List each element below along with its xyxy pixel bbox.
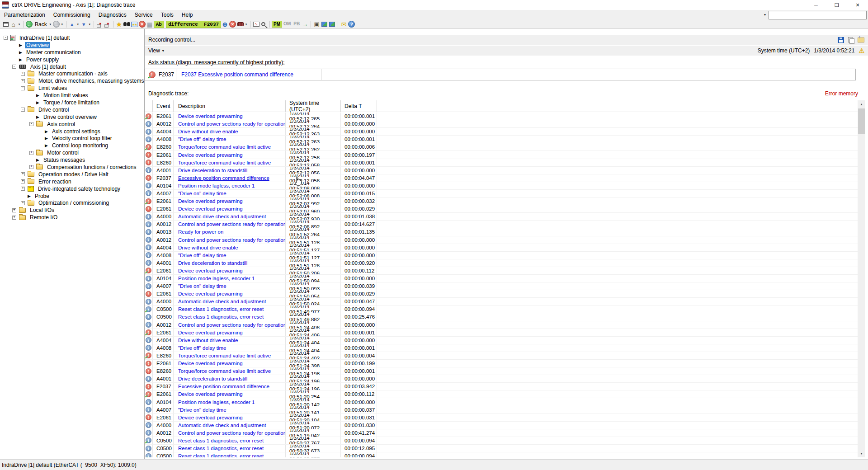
- export-icon[interactable]: [858, 38, 864, 42]
- error-memory-link[interactable]: Error memory: [825, 90, 858, 97]
- trace-row[interactable]: !E2061Device overload prewarning1/3/2014…: [145, 414, 858, 422]
- event-description-link[interactable]: "Drive off" delay time: [178, 253, 226, 258]
- tree-item-label[interactable]: Remote I/O: [28, 214, 59, 221]
- trace-row[interactable]: !E2061Device overload prewarning1/3/2014…: [145, 267, 858, 275]
- network-refresh-icon[interactable]: [328, 20, 336, 28]
- tree-item-label[interactable]: Limit values: [37, 85, 68, 91]
- drive-motor-dropdown-icon[interactable]: ▾: [244, 23, 248, 26]
- tree-item-label[interactable]: Status messages: [42, 157, 86, 163]
- tree-item-local-i-os[interactable]: +Local I/Os: [0, 207, 144, 214]
- menu-item-diagnostics[interactable]: Diagnostics: [94, 10, 131, 20]
- collapse-icon[interactable]: -: [4, 36, 8, 40]
- expand-icon[interactable]: +: [21, 179, 25, 183]
- event-description-link[interactable]: Excessive position command difference: [178, 175, 269, 181]
- tree-item-power-supply[interactable]: ▶Power supply: [0, 56, 144, 63]
- event-description-link[interactable]: "Drive on" delay time: [178, 283, 226, 289]
- event-description-link[interactable]: Excessive position command difference: [178, 384, 269, 389]
- event-description-link[interactable]: Device overload prewarning: [178, 291, 243, 296]
- tree-item-axis-control-settings[interactable]: ▶Axis control settings: [0, 128, 144, 135]
- collapse-icon[interactable]: -: [21, 108, 25, 112]
- trace-row[interactable]: iA0104Position mode lagless, encoder 11/…: [145, 398, 858, 406]
- event-description-link[interactable]: "Drive off" delay time: [178, 345, 226, 351]
- event-description-link[interactable]: Position mode lagless, encoder 1: [178, 276, 255, 281]
- event-description-link[interactable]: Reset class 1 diagnostics, error reset: [178, 314, 264, 320]
- event-description-link[interactable]: Automatic drive check and adjustment: [178, 299, 266, 304]
- trace-row[interactable]: iA4001Drive deceleration to standstill1/…: [145, 167, 858, 174]
- event-description-link[interactable]: Reset class 1 diagnostics, error reset: [178, 453, 264, 457]
- trace-row[interactable]: iA4000Automatic drive check and adjustme…: [145, 213, 858, 221]
- close-button[interactable]: ✕: [847, 0, 868, 10]
- tree-item-drive-integrated-safety-technology[interactable]: +SAFETYDrive-integrated safety technolog…: [0, 185, 144, 193]
- tree-item-label[interactable]: Drive-integrated safety technology: [37, 186, 122, 192]
- tree-item-motor-drive-mechanics-measuring-systems[interactable]: +Motor, drive mechanics, measuring syste…: [0, 77, 144, 85]
- forward-icon[interactable]: →: [52, 20, 60, 28]
- trace-row[interactable]: !E8260Torque/force command value limit a…: [145, 367, 858, 375]
- trace-row[interactable]: !E2061Device overload prewarning1/3/2014…: [145, 113, 858, 120]
- tree-item-torque-force-limitation[interactable]: ▶Torque / force limitation: [0, 99, 144, 106]
- tree-item-label[interactable]: Probe: [33, 193, 51, 199]
- trace-row[interactable]: !E2061Device overload prewarning1/3/2014…: [145, 197, 858, 205]
- trace-row[interactable]: iA4001Drive deceleration to standstill1/…: [145, 259, 858, 267]
- event-description-link[interactable]: Drive without drive enable: [178, 245, 238, 250]
- tree-item-limit-values[interactable]: -Limit values: [0, 85, 144, 92]
- trace-row[interactable]: iA4000Automatic drive check and adjustme…: [145, 298, 858, 306]
- trace-row[interactable]: iA4004Drive without drive enable1/3/2014…: [145, 244, 858, 252]
- monitor-icon[interactable]: ▣: [313, 20, 321, 28]
- tree-item-label[interactable]: Axis [1] default: [29, 64, 67, 70]
- tree-item-label[interactable]: Motion limit values: [42, 92, 90, 99]
- event-description-link[interactable]: Device overload prewarning: [178, 415, 243, 420]
- tree-item-label[interactable]: Torque / force limitation: [42, 99, 101, 106]
- event-description-link[interactable]: Control and power sections ready for ope…: [178, 121, 286, 127]
- easy-startup-icon[interactable]: →: [301, 20, 309, 28]
- trace-row[interactable]: iA4004Drive without drive enable1/3/2014…: [145, 128, 858, 136]
- tree-item-label[interactable]: Motor control: [46, 150, 80, 156]
- trace-row[interactable]: !E2061Device overload prewarning1/3/2014…: [145, 205, 858, 213]
- tree-item-probe[interactable]: ▶Probe: [0, 193, 144, 200]
- tree-item-remote-i-o[interactable]: +Remote I/O: [0, 214, 144, 221]
- tree-item-master-communication[interactable]: ▶Master communication: [0, 49, 144, 56]
- trace-row[interactable]: !E8260Torque/force command value limit a…: [145, 159, 858, 167]
- tree-item-label[interactable]: Motor, drive mechanics, measuring system…: [37, 78, 145, 84]
- oscilloscope-icon[interactable]: ∿: [252, 20, 260, 28]
- tree-item-label[interactable]: Optimization / commissioning: [37, 200, 110, 206]
- trace-row[interactable]: !E2061Device overload prewarning1/3/2014…: [145, 390, 858, 398]
- online-globe-icon[interactable]: ⊕: [221, 20, 229, 28]
- tree-item-indradrive-1-default[interactable]: -IndraDrive [1] default: [0, 34, 144, 42]
- goto-next-error-icon[interactable]: ↗: [104, 20, 111, 28]
- tree-item-label[interactable]: Power supply: [25, 56, 60, 63]
- back-icon[interactable]: ←: [25, 20, 33, 28]
- event-description-link[interactable]: Automatic drive check and adjustment: [178, 214, 266, 219]
- collapse-icon[interactable]: -: [12, 65, 16, 69]
- tree-item-label[interactable]: Error reaction: [37, 179, 73, 185]
- expand-icon[interactable]: +: [21, 172, 25, 176]
- event-description-link[interactable]: Torque/force command value limit active: [178, 368, 271, 374]
- tree-item-compensation-functions-corrections[interactable]: +Compensation functions / corrections: [0, 164, 144, 171]
- trace-row[interactable]: !E2061Device overload prewarning1/3/2014…: [145, 360, 858, 367]
- drive-motor-icon[interactable]: [236, 20, 244, 28]
- view-caret-icon[interactable]: ▾: [162, 49, 164, 53]
- tree-item-label[interactable]: Compensation functions / corrections: [46, 164, 137, 170]
- trace-row[interactable]: iA4007"Drive on" delay time1/3/2014 00:5…: [145, 190, 858, 197]
- recording-control-label[interactable]: Recording control...: [148, 37, 195, 43]
- back-dropdown-icon[interactable]: ▾: [48, 23, 52, 26]
- event-description-link[interactable]: Reset class 1 diagnostics, error reset: [178, 438, 264, 443]
- trace-row[interactable]: iC0500Reset class 1 diagnostics, error r…: [145, 445, 858, 452]
- tree-item-label[interactable]: IndraDrive [1] default: [18, 35, 71, 41]
- trace-row[interactable]: iA0012Control and power sections ready f…: [145, 236, 858, 244]
- project-building-icon[interactable]: ▦: [146, 20, 154, 28]
- chevron-down-icon[interactable]: ▾: [764, 13, 766, 17]
- trace-row[interactable]: iA0104Position mode lagless, encoder 11/…: [145, 275, 858, 282]
- trace-row[interactable]: iC0500Reset class 1 diagnostics, error r…: [145, 313, 858, 321]
- search-binoculars-icon[interactable]: [123, 20, 131, 28]
- trace-row[interactable]: iA0104Position mode lagless, encoder 11/…: [145, 182, 858, 190]
- tree-item-control-loop-monitoring[interactable]: ▶Control loop monitoring: [0, 142, 144, 149]
- trace-row[interactable]: !E2061Device overload prewarning1/3/2014…: [145, 151, 858, 159]
- trace-row[interactable]: iC0500Reset class 1 diagnostics, error r…: [145, 452, 858, 457]
- event-description-link[interactable]: Drive deceleration to standstill: [178, 168, 247, 173]
- tree-item-label[interactable]: Overview: [25, 42, 50, 48]
- collapse-icon[interactable]: -: [29, 122, 33, 126]
- trace-row[interactable]: !E2061Device overload prewarning1/3/2014…: [145, 329, 858, 337]
- trace-row[interactable]: !E8260Torque/force command value limit a…: [145, 143, 858, 151]
- event-description-link[interactable]: Device overload prewarning: [178, 206, 243, 212]
- scrollbar-thumb[interactable]: [858, 108, 865, 134]
